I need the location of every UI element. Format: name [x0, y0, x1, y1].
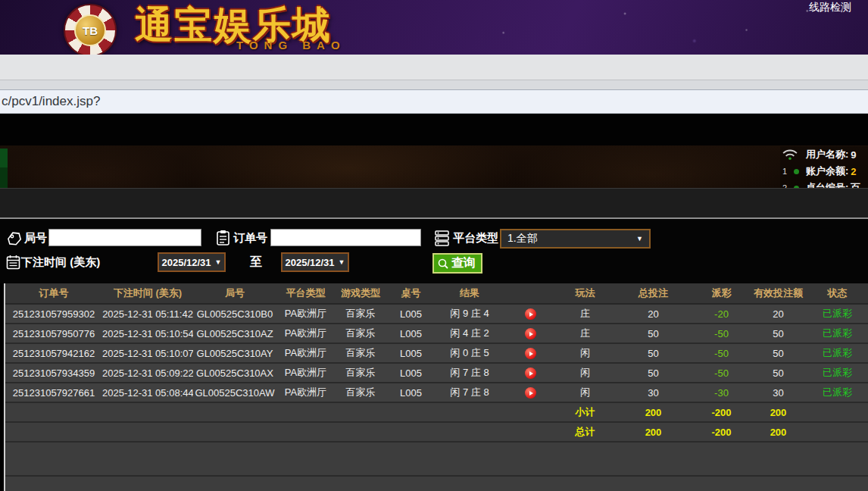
replay-play-icon[interactable]: [525, 308, 536, 320]
col-play: 玩法: [557, 283, 614, 304]
user-name-value: 9: [851, 149, 856, 161]
green-dot-icon: [794, 186, 799, 189]
scene-green-edge-top: [0, 149, 8, 167]
cell-valid-bet: 50: [750, 324, 807, 343]
casino-scene-banner: 用户名称: 9 1 账户余额: 2 2 桌台编号: 百: [0, 145, 868, 188]
cell-replay: [504, 324, 557, 343]
col-bet-time: 下注时间 (美东): [102, 283, 193, 304]
bet-time-label: 下注时间 (美东): [21, 255, 100, 270]
date-to-picker[interactable]: 2025/12/31 ▼: [281, 252, 349, 272]
cell-table-no: L005: [386, 343, 436, 363]
table-row: 251231057942162 2025-12-31 05:10:07 GL00…: [5, 343, 868, 363]
chevron-down-icon: ▼: [339, 258, 345, 266]
cell-payout: -50: [693, 363, 750, 383]
col-status: 状态: [807, 283, 868, 304]
address-bar[interactable]: c/pcv1/index.jsp?: [0, 89, 868, 114]
cell-payout: -50: [693, 324, 750, 343]
cell-table-no: L005: [386, 324, 436, 343]
cell-game-type: 百家乐: [335, 324, 386, 343]
cell-result: 闲 9 庄 4: [436, 304, 504, 324]
chevron-down-icon: ▼: [215, 258, 222, 266]
scene-green-edge-bottom: [0, 167, 8, 188]
table-footer-divider: [5, 443, 868, 477]
cell-payout: -30: [693, 383, 750, 402]
results-table-wrap: 订单号 下注时间 (美东) 局号 平台类型 游戏类型 桌号 结果 玩法 总投注 …: [4, 283, 868, 491]
table-row: 251231057927661 2025-12-31 05:08:44 GL00…: [5, 383, 868, 402]
platform-type-select[interactable]: 1.全部 ▼: [500, 229, 651, 249]
total-total-bet: 200: [614, 422, 693, 442]
table-id-row: 2 桌台编号: 百: [780, 180, 868, 188]
cell-play: 闲: [557, 343, 614, 363]
site-subtitle: TONG BAO: [236, 39, 346, 52]
cell-status: 已派彩: [807, 343, 868, 363]
cell-total-bet: 20: [614, 304, 693, 324]
cell-status: 已派彩: [807, 383, 868, 402]
cell-round-id: GL00525C310B0: [193, 304, 276, 324]
replay-play-icon[interactable]: [525, 348, 536, 359]
user-info-panel: 用户名称: 9 1 账户余额: 2 2 桌台编号: 百: [780, 146, 868, 188]
cell-play: 闲: [557, 383, 614, 402]
cell-result: 闲 7 庄 8: [436, 363, 504, 383]
chip-monogram: TB: [74, 14, 106, 46]
balance-label: 账户余额:: [806, 164, 848, 178]
cell-bet-time: 2025-12-31 05:09:22: [102, 363, 193, 383]
col-platform: 平台类型: [276, 283, 335, 304]
cell-result: 闲 7 庄 8: [436, 383, 504, 402]
col-table-no: 桌号: [386, 283, 436, 304]
date-range-to-label: 至: [250, 255, 262, 271]
cell-replay: [504, 363, 557, 383]
cell-replay: [504, 304, 557, 324]
cell-table-no: L005: [386, 304, 436, 324]
subtotal-total-bet: 200: [614, 402, 693, 422]
date-from-value: 2025/12/31: [162, 257, 211, 268]
cell-replay: [504, 343, 557, 363]
replay-play-icon[interactable]: [525, 328, 536, 339]
casino-chip-logo-icon: TB: [64, 4, 117, 55]
round-id-input[interactable]: [48, 229, 201, 246]
date-to-value: 2025/12/31: [286, 257, 335, 268]
replay-play-icon[interactable]: [525, 387, 536, 399]
calendar-icon: [6, 255, 20, 270]
col-payout: 派彩: [693, 283, 750, 304]
replay-play-icon[interactable]: [525, 367, 536, 379]
cell-game-type: 百家乐: [335, 383, 386, 402]
query-form: 局号 订单号 平台类型 1.全部 ▼: [0, 219, 868, 283]
cell-valid-bet: 20: [750, 304, 807, 324]
search-button[interactable]: 查询: [432, 253, 482, 274]
cell-play: 庄: [557, 304, 614, 324]
browser-toolbar-strip: [0, 55, 868, 80]
balance-row: 1 账户余额: 2: [780, 163, 868, 180]
bet-records-table: 订单号 下注时间 (美东) 局号 平台类型 游戏类型 桌号 结果 玩法 总投注 …: [5, 283, 868, 443]
clipboard-icon: [216, 230, 230, 246]
cell-payout: -20: [693, 304, 750, 324]
cell-total-bet: 50: [614, 343, 693, 363]
cell-bet-time: 2025-12-31 05:11:42: [102, 304, 193, 324]
row-number: 1: [782, 167, 788, 176]
cell-order-id: 251231057927661: [5, 383, 102, 402]
cell-order-id: 251231057934359: [5, 363, 102, 383]
cell-game-type: 百家乐: [335, 304, 386, 324]
cell-order-id: 251231057950776: [5, 324, 102, 343]
cell-status: 已派彩: [807, 363, 868, 383]
line-check-link[interactable]: 线路检测: [809, 1, 851, 14]
cell-valid-bet: 50: [750, 343, 807, 363]
subtotal-label: 小计: [557, 402, 614, 422]
cell-round-id: GL00525C310AW: [193, 383, 276, 402]
cell-result: 闲 0 庄 5: [436, 343, 504, 363]
chevron-down-icon: ▼: [636, 235, 643, 242]
platform-type-value: 1.全部: [507, 232, 538, 246]
cell-total-bet: 50: [614, 363, 693, 383]
platform-type-label: 平台类型: [453, 231, 498, 246]
cell-payout: -50: [693, 343, 750, 363]
cell-platform: PA欧洲厅: [276, 324, 335, 343]
date-from-picker[interactable]: 2025/12/31 ▼: [158, 252, 226, 272]
cell-round-id: GL00525C310AZ: [193, 324, 276, 343]
col-round-id: 局号: [193, 283, 276, 304]
site-header: TB 通宝娱乐城 TONG BAO 线路检测: [0, 0, 868, 55]
cell-play: 闲: [557, 363, 614, 383]
cell-game-type: 百家乐: [335, 343, 386, 363]
address-url-text[interactable]: c/pcv1/index.jsp?: [0, 94, 100, 109]
col-game-type: 游戏类型: [335, 283, 386, 304]
subtotal-row: 小计 200 -200 200: [5, 402, 868, 422]
order-id-input[interactable]: [270, 229, 421, 246]
